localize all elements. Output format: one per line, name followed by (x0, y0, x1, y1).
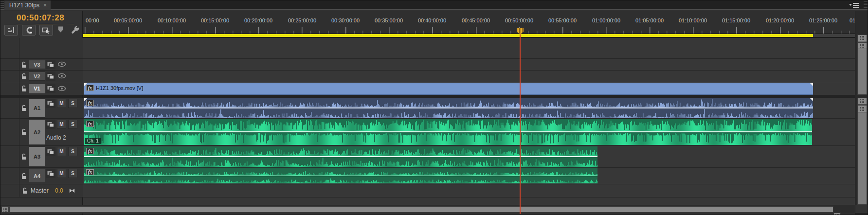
master-track-name: Master (31, 187, 49, 194)
video-scroll-thumb[interactable] (857, 35, 867, 95)
solo-button[interactable]: S (68, 147, 77, 156)
display-style-button[interactable] (46, 147, 55, 156)
track-header-v3: V3 (0, 59, 83, 71)
magnet-icon (25, 26, 33, 34)
mute-button[interactable]: M (57, 147, 66, 156)
display-style-icon (47, 171, 54, 177)
ruler-label: 00:55:00:00 (548, 18, 577, 23)
solo-button[interactable]: S (68, 169, 77, 178)
snap-button[interactable] (22, 25, 36, 36)
lock-icon[interactable] (21, 153, 27, 160)
wrench-icon (71, 26, 80, 35)
mute-button[interactable]: M (57, 99, 66, 108)
tab-title: H1Z1 30fps (9, 2, 39, 9)
ruler-label: 00:35:00:00 (375, 18, 403, 23)
track-name-v1[interactable]: V1 (29, 83, 45, 94)
panel-edge-grip[interactable] (864, 1, 868, 9)
track-name-v3[interactable]: V3 (29, 60, 45, 69)
solo-button[interactable]: S (68, 99, 77, 108)
scroll-grip[interactable] (857, 35, 867, 41)
track-name-v2[interactable]: V2 (29, 72, 45, 81)
scroll-grip[interactable] (857, 98, 867, 105)
display-style-button[interactable] (46, 169, 55, 178)
display-style-button[interactable] (46, 60, 55, 69)
clip-a1-audio[interactable]: fx (84, 98, 813, 118)
lock-icon[interactable] (22, 187, 28, 194)
media-start-triangle (84, 83, 87, 86)
lock-icon[interactable] (21, 105, 27, 111)
track-name-a2[interactable]: A2 (29, 119, 45, 145)
scroll-grip[interactable] (857, 106, 867, 112)
scroll-grip[interactable] (857, 42, 867, 49)
toggle-output-eye-icon[interactable] (57, 73, 66, 79)
display-style-button[interactable] (46, 84, 55, 93)
track-label-audio2[interactable]: Audio 2 (46, 134, 66, 141)
clip-a2-audio[interactable]: fx Ch. 1 (84, 119, 812, 145)
linked-selection-button[interactable] (39, 25, 53, 36)
time-ruler[interactable]: 00:0000:05:00:0000:10:00:0000:15:00:0000… (83, 11, 855, 38)
track-header-a1: A1 M S (0, 98, 83, 119)
track-header-v2: V2 (0, 71, 83, 82)
master-level-value[interactable]: 0.0 (55, 187, 63, 194)
header-empty-row (0, 38, 83, 59)
work-area-bar-track (83, 34, 855, 37)
toggle-output-eye-icon[interactable] (57, 86, 66, 91)
ruler-label: 00:15:00:00 (201, 18, 229, 23)
panel-menu-icon[interactable] (849, 2, 860, 8)
display-style-button[interactable] (46, 72, 55, 81)
nest-toggle-button[interactable] (4, 25, 18, 36)
lock-icon[interactable] (21, 173, 27, 179)
tracks-content-area: 00:0000:05:00:0000:10:00:0000:15:00:0000… (83, 11, 855, 214)
nest-icon (7, 27, 16, 34)
track-name-a3[interactable]: A3 (29, 146, 45, 167)
mute-button[interactable]: M (57, 120, 66, 129)
media-end-triangle (810, 98, 813, 101)
work-area-bar[interactable] (83, 34, 813, 37)
display-style-icon (47, 86, 54, 91)
audio-scroll-thumb[interactable] (857, 98, 867, 205)
track-row-v2[interactable] (83, 71, 855, 82)
track-header-a4: A4 M S (0, 168, 83, 184)
playhead-line (520, 34, 521, 214)
ruler-label: 01:15:00:00 (722, 18, 750, 23)
keyframes-bowtie-icon[interactable] (69, 188, 75, 194)
timeline-panel: H1Z1 30fps × 00:50:07:28 (0, 0, 868, 215)
close-icon[interactable]: × (43, 2, 47, 8)
linked-selection-icon (42, 26, 51, 34)
track-row-master (83, 184, 855, 197)
fx-badge: fx (86, 148, 94, 154)
ruler-label: 01:10:00:00 (679, 18, 707, 23)
lock-icon[interactable] (21, 85, 27, 92)
panel-drag-grip[interactable] (0, 1, 4, 9)
track-header-v1: V1 (0, 82, 83, 95)
clip-label: H1Z1 30fps.mov [V] (96, 85, 143, 91)
lock-icon[interactable] (21, 128, 27, 135)
toggle-output-eye-icon[interactable] (57, 61, 66, 67)
track-name-a1[interactable]: A1 (29, 98, 45, 118)
clip-v1-video[interactable]: fx H1Z1 30fps.mov [V] (84, 83, 813, 95)
mute-button[interactable]: M (57, 169, 66, 178)
lock-icon[interactable] (21, 61, 27, 68)
tab-sequence[interactable]: H1Z1 30fps × (4, 0, 51, 10)
display-style-icon (47, 73, 54, 79)
ruler-label: 00:30:00:00 (331, 18, 360, 23)
solo-button[interactable]: S (68, 120, 77, 129)
display-style-button[interactable] (46, 99, 55, 108)
add-marker-button[interactable] (57, 26, 64, 33)
zoom-grip-left[interactable] (1, 206, 9, 213)
track-header-a3: A3 M S (0, 146, 83, 168)
display-style-icon (47, 101, 54, 107)
lock-icon[interactable] (21, 73, 27, 80)
horizontal-scroll-thumb[interactable] (9, 206, 833, 213)
track-row-v3[interactable] (83, 59, 855, 71)
ruler-label: 00:50:00:00 (505, 18, 533, 23)
playhead-timecode[interactable]: 00:50:07:28 (17, 13, 74, 24)
ruler-label: 00:45:00:00 (462, 18, 490, 23)
timeline-settings-button[interactable] (71, 26, 80, 35)
display-style-button[interactable] (46, 120, 55, 129)
display-style-icon (47, 62, 54, 68)
track-name-a4[interactable]: A4 (29, 169, 45, 183)
display-style-icon (47, 149, 54, 155)
zoom-grip-right[interactable] (833, 213, 841, 215)
track-header-a2: A2 M S Audio 2 (0, 119, 83, 146)
